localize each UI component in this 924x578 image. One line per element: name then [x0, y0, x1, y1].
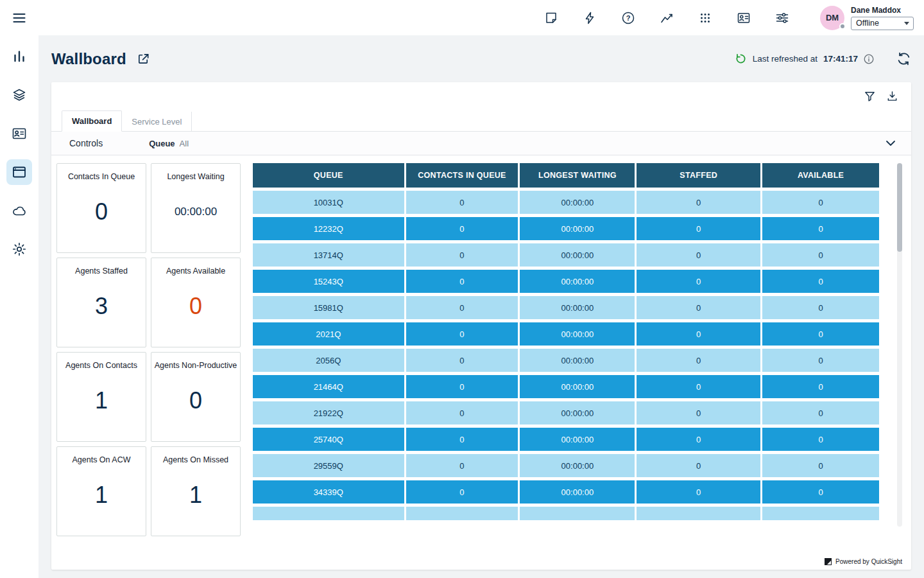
auto-refresh-icon: [735, 53, 747, 65]
kpi-label: Agents Staffed: [73, 267, 130, 276]
user-cluster: DM Dane Maddox Offline: [820, 6, 914, 30]
table-cell: 0: [762, 349, 879, 372]
last-refreshed-time: 17:41:17: [823, 54, 858, 64]
sidebar-item-cloud[interactable]: [6, 198, 32, 223]
table-cell: 00:00:00: [520, 428, 635, 451]
info-icon[interactable]: [864, 54, 874, 64]
table-cell: 15981Q: [253, 296, 404, 319]
controls-bar[interactable]: Controls Queue All: [51, 132, 911, 155]
table-cell: 0: [637, 191, 760, 214]
table-cell: 0: [637, 454, 760, 477]
table-cell: 0: [406, 217, 518, 240]
tab-wallboard[interactable]: Wallboard: [62, 110, 122, 132]
user-name: Dane Maddox: [851, 6, 914, 15]
table-row: 2021Q000:00:0000: [253, 322, 879, 346]
table-cell: 00:00:00: [520, 217, 635, 240]
table-row: 15243Q000:00:0000: [253, 270, 879, 293]
table-row: 2056Q000:00:0000: [253, 349, 879, 372]
menu-icon[interactable]: [12, 10, 27, 26]
dialpad-icon[interactable]: [698, 11, 712, 25]
external-link-icon[interactable]: [137, 52, 150, 66]
topbar: ? DM Dane Maddox Offline: [0, 0, 924, 35]
sidebar-item-settings[interactable]: [6, 236, 32, 262]
table-row: 21464Q000:00:0000: [253, 375, 879, 398]
scrollbar-thumb[interactable]: [897, 163, 902, 252]
sidebar-item-wallboard[interactable]: [6, 159, 32, 185]
kpi-value: 1: [95, 464, 108, 536]
table-cell: 0: [637, 401, 760, 425]
quicksight-logo-icon: [825, 558, 832, 565]
cloud-icon: [12, 203, 27, 218]
table-cell: 0: [406, 375, 518, 398]
tab-service-level[interactable]: Service Level: [122, 112, 192, 132]
table-cell: 0: [406, 296, 518, 319]
status-dot-icon: [839, 23, 846, 30]
table-cell: 0: [637, 375, 760, 398]
kpi-value: 00:00:00: [175, 181, 217, 252]
table-cell: 25740Q: [253, 428, 404, 451]
filter-icon[interactable]: [864, 90, 876, 102]
column-header: CONTACTS IN QUEUE: [406, 163, 518, 188]
chevron-down-icon[interactable]: [886, 140, 896, 146]
table-cell: 00:00:00: [520, 375, 635, 398]
table-cell: 34339Q: [253, 480, 404, 504]
help-icon[interactable]: ?: [621, 11, 635, 25]
table-cell: 21464Q: [253, 375, 404, 398]
table-cell: [520, 507, 635, 520]
svg-text:?: ?: [626, 14, 631, 22]
sidebar-item-queues[interactable]: [6, 82, 32, 108]
table-cell: 00:00:00: [520, 349, 635, 372]
kpi-grid: Contacts In Queue0Longest Waiting00:00:0…: [56, 163, 241, 547]
column-header: QUEUE: [253, 163, 404, 188]
dashboard-card: Wallboard Service Level Controls Queue A…: [51, 82, 911, 570]
table-cell: 0: [406, 270, 518, 293]
download-icon[interactable]: [886, 90, 898, 102]
table-cell: 0: [762, 480, 879, 504]
quick-actions-icon[interactable]: [583, 11, 597, 25]
main-area: Wallboard Last refreshed at 17:41:17: [38, 35, 924, 578]
table-cell: 0: [637, 480, 760, 504]
status-select[interactable]: Offline: [851, 17, 914, 30]
table-cell: 0: [762, 270, 879, 293]
table-cell: 0: [762, 401, 879, 425]
kpi-card-contacts-in-queue: Contacts In Queue0: [56, 163, 146, 253]
table-cell: 00:00:00: [520, 243, 635, 267]
table-scrollbar[interactable]: [897, 163, 902, 527]
metrics-icon[interactable]: [660, 11, 674, 25]
table-cell: 0: [762, 322, 879, 346]
table-cell: 00:00:00: [520, 401, 635, 425]
settings-sliders-icon[interactable]: [775, 11, 789, 25]
table-row: 15981Q000:00:0000: [253, 296, 879, 319]
kpi-value: 0: [95, 181, 108, 252]
table-cell: 0: [406, 349, 518, 372]
kpi-card-agents-available: Agents Available0: [151, 258, 241, 347]
kpi-label: Agents Available: [164, 267, 228, 276]
sidebar-item-analytics[interactable]: [6, 44, 32, 69]
table-cell: 0: [406, 480, 518, 504]
sidebar: [0, 35, 38, 578]
table-cell: 15243Q: [253, 270, 404, 293]
kpi-card-agents-non-productive: Agents Non-Productive0: [151, 352, 241, 442]
bar-chart-icon: [12, 49, 27, 64]
sidebar-item-contacts[interactable]: [6, 121, 32, 146]
notes-icon[interactable]: [544, 11, 558, 25]
table-cell: 00:00:00: [520, 191, 635, 214]
kpi-label: Agents Non-Productive: [152, 361, 240, 370]
table-cell: 0: [406, 454, 518, 477]
table-cell: 0: [406, 401, 518, 425]
table-row: 29559Q000:00:0000: [253, 454, 879, 477]
table-cell: 21922Q: [253, 401, 404, 425]
column-header: LONGEST WAITING: [520, 163, 635, 188]
table-row: 21922Q000:00:0000: [253, 401, 879, 425]
last-refreshed-label: Last refreshed at: [753, 54, 817, 64]
kpi-label: Contacts In Queue: [65, 172, 137, 181]
kpi-value: 0: [189, 370, 202, 441]
column-header: AVAILABLE: [762, 163, 879, 188]
table-row: 25740Q000:00:0000: [253, 428, 879, 451]
table-cell: [253, 507, 404, 520]
kpi-label: Agents On ACW: [69, 455, 133, 464]
kpi-value: 0: [189, 276, 202, 347]
controls-label: Controls: [69, 138, 103, 148]
refresh-icon[interactable]: [896, 51, 911, 66]
contacts-icon[interactable]: [737, 11, 751, 25]
